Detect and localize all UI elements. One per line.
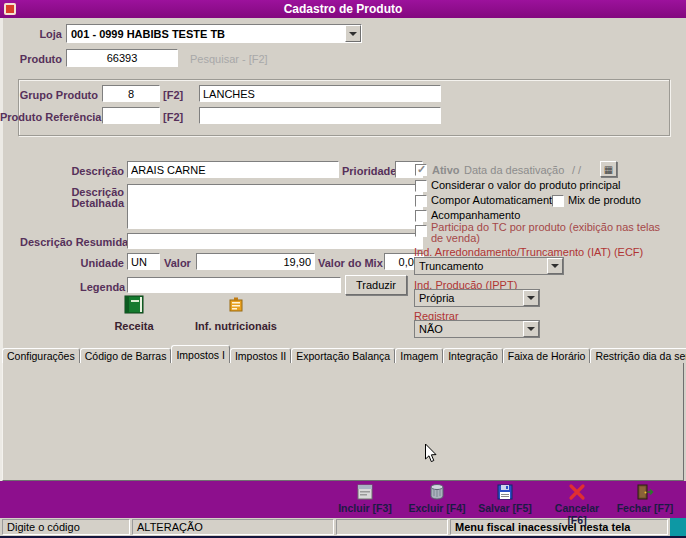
status-mode: ALTERAÇÃO: [132, 519, 334, 535]
data-desativacao-label: Data da desativação: [464, 164, 564, 176]
participa-tc-checkbox[interactable]: [415, 225, 427, 237]
impostos-i-panel: [2, 362, 684, 481]
iat-dropdown-arrow-icon[interactable]: [547, 258, 563, 274]
window-title: Cadastro de Produto: [284, 2, 403, 16]
descricao-detalhada-textarea[interactable]: [127, 184, 423, 229]
app-icon: [4, 3, 16, 15]
considerar-valor-checkbox[interactable]: [415, 180, 427, 192]
pesquisar-hint: Pesquisar - [F2]: [190, 53, 268, 65]
produto-referencia-code-input[interactable]: [102, 107, 160, 124]
tab-faixa-de-horario[interactable]: Faixa de Horário: [503, 348, 591, 363]
valor-label: Valor: [164, 257, 191, 269]
grupo-produto-code-input[interactable]: [102, 85, 160, 102]
iat-value: Truncamento: [415, 260, 547, 272]
status-hint: Digite o código: [2, 519, 130, 535]
desktop-corner: [670, 518, 686, 538]
mix-de-produto-checkbox[interactable]: [552, 195, 564, 207]
tab-integracao[interactable]: Integração: [443, 348, 503, 363]
tab-exportacao-balanca[interactable]: Exportação Balança: [291, 348, 395, 363]
loja-value: 001 - 0999 HABIBS TESTE TB: [67, 28, 345, 40]
mouse-cursor: [424, 443, 438, 464]
tab-bar: Configurações Código de Barras Impostos …: [2, 345, 686, 363]
valor-do-mix-label: Valor do Mix: [318, 257, 383, 269]
acompanhamento-checkbox[interactable]: [415, 210, 427, 222]
cancel-icon: [567, 483, 587, 501]
iat-combobox[interactable]: Truncamento: [414, 257, 564, 275]
ativo-checkbox[interactable]: [415, 164, 427, 176]
incluir-label: Incluir [F3]: [338, 502, 392, 514]
registrar-value: NÃO: [415, 323, 523, 335]
cadastro-produto-window: Cadastro de Produto Loja 001 - 0999 HABI…: [0, 0, 686, 538]
tab-configuracoes[interactable]: Configurações: [2, 348, 80, 363]
loja-combobox[interactable]: 001 - 0999 HABIBS TESTE TB: [66, 24, 362, 43]
cancelar-button[interactable]: Cancelar [F6]: [544, 483, 610, 516]
participa-tc-label: Participa do TC por produto (exibição na…: [431, 222, 669, 244]
salvar-label: Salvar [F5]: [478, 502, 532, 514]
tab-impostos-i[interactable]: Impostos I: [171, 345, 229, 363]
inf-nutricionais-label: Inf. nutricionais: [186, 320, 286, 332]
legenda-input[interactable]: [127, 277, 341, 293]
descricao-resumida-input[interactable]: [127, 233, 423, 249]
data-desativacao-calendar-button[interactable]: [600, 161, 617, 177]
fechar-label: Fechar [F7]: [617, 502, 674, 514]
loja-dropdown-arrow-icon[interactable]: [345, 25, 361, 42]
data-desativacao-value: / /: [572, 164, 581, 176]
title-bar: Cadastro de Produto: [0, 0, 686, 18]
excluir-button[interactable]: Excluir [F4]: [404, 483, 470, 516]
valor-input[interactable]: [196, 253, 315, 270]
inf-nutricionais-icon[interactable]: [227, 296, 245, 314]
compor-automaticamente-label: Compor Automaticamente: [431, 194, 558, 206]
considerar-valor-label: Considerar o valor do produto principal: [431, 179, 621, 191]
exit-icon: [635, 483, 655, 501]
registrar-combobox[interactable]: NÃO: [414, 320, 540, 338]
fechar-button[interactable]: Fechar [F7]: [612, 483, 678, 516]
unidade-input[interactable]: [127, 253, 160, 270]
ippt-value: Própria: [415, 292, 523, 304]
tab-codigo-de-barras[interactable]: Código de Barras: [80, 348, 172, 363]
descricao-label: Descrição: [64, 165, 124, 177]
ativo-label: Ativo: [432, 164, 460, 176]
status-empty: [336, 519, 448, 535]
prioridade-label: Prioridade: [342, 165, 396, 177]
incluir-button[interactable]: Incluir [F3]: [332, 483, 398, 516]
compor-automaticamente-checkbox[interactable]: [415, 195, 427, 207]
loja-label: Loja: [20, 28, 62, 40]
insert-record-icon: [355, 483, 375, 501]
save-icon: [495, 483, 515, 501]
cancelar-label: Cancelar [F6]: [555, 502, 599, 526]
grupo-produto-label: Grupo Produto: [18, 89, 98, 101]
traduzir-button[interactable]: Traduzir: [345, 275, 407, 295]
ippt-combobox[interactable]: Própria: [414, 289, 540, 307]
descricao-resumida-label: Descrição Resumida: [20, 236, 124, 248]
registrar-dropdown-arrow-icon[interactable]: [523, 321, 539, 337]
tab-impostos-ii[interactable]: Impostos II: [230, 348, 291, 363]
grupo-produto-nome-input[interactable]: [199, 85, 441, 102]
produto-referencia-label: Produto Referência: [0, 111, 98, 123]
referencia-f2-label: [F2]: [163, 111, 183, 123]
receita-label: Receita: [102, 320, 166, 332]
tab-imagem[interactable]: Imagem: [395, 348, 443, 363]
unidade-label: Unidade: [80, 257, 124, 269]
calendar-icon: [604, 163, 613, 175]
receita-icon[interactable]: [122, 294, 146, 317]
salvar-button[interactable]: Salvar [F5]: [472, 483, 538, 516]
delete-record-icon: [427, 483, 447, 501]
excluir-label: Excluir [F4]: [408, 502, 465, 514]
grupo-f2-label: [F2]: [163, 89, 183, 101]
legenda-label: Legenda: [80, 281, 124, 293]
produto-label: Produto: [10, 53, 62, 65]
produto-referencia-nome-input[interactable]: [199, 107, 441, 124]
tab-restricao-dia-da-semana[interactable]: Restrição dia da semana: [590, 348, 686, 363]
produto-input[interactable]: [66, 49, 178, 67]
ippt-dropdown-arrow-icon[interactable]: [523, 290, 539, 306]
descricao-input[interactable]: [127, 161, 339, 178]
descricao-detalhada-label: Descrição Detalhada: [64, 187, 124, 209]
acompanhamento-label: Acompanhamento: [431, 209, 520, 221]
mix-de-produto-label: Mix de produto: [568, 194, 641, 206]
